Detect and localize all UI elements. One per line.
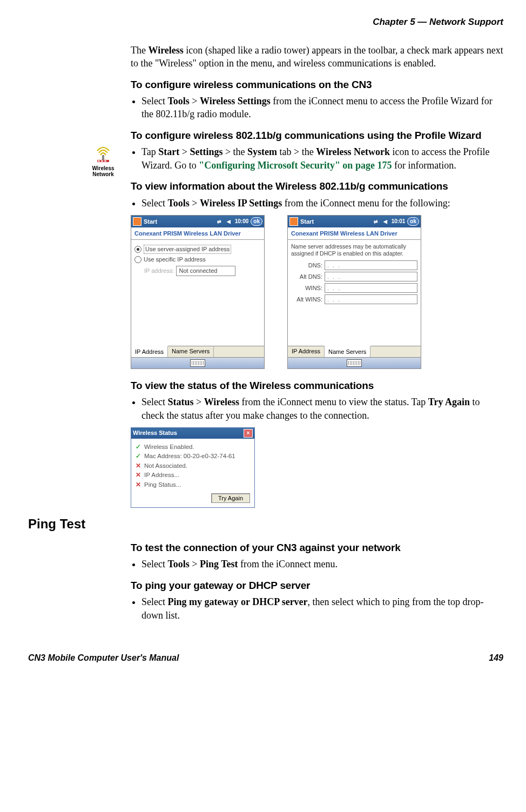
status-text: Ping Status...: [144, 481, 181, 489]
screenshot-ip-address-tab: Start ⇄ ◀ 10:00 ok Conexant PRISM Wirele…: [131, 215, 265, 369]
radio-label: Use server-assigned IP address: [144, 245, 231, 254]
text: icon (shaped like a radio tower) appears…: [131, 45, 503, 69]
text-bold: Wireless: [148, 45, 183, 56]
svg-rect-2: [98, 160, 100, 162]
svg-rect-0: [102, 155, 104, 160]
text-bold: Wireless Network: [316, 146, 390, 157]
radio-selected-icon: [134, 246, 141, 253]
footer-page-number: 149: [489, 652, 503, 664]
text-bold: Try Again: [428, 397, 470, 407]
wireless-status-window: Wireless Status × ✓Wireless Enabled. ✓Ma…: [131, 427, 255, 508]
connectivity-icon: ⇄: [372, 218, 380, 225]
text-bold: Ping my gateway or DHCP server: [167, 596, 307, 607]
alt-dns-field[interactable]: . . .: [325, 272, 417, 281]
procedure-heading: To view the status of the Wireless commu…: [131, 379, 503, 393]
text-bold: Tools: [167, 96, 189, 106]
procedure-heading: To test the connection of your CN3 again…: [131, 541, 503, 555]
tab-name-servers[interactable]: Name Servers: [325, 346, 370, 357]
icon-label-line2: Network: [84, 171, 122, 177]
footer-manual-title: CN3 Mobile Computer User's Manual: [28, 652, 179, 664]
name-server-note: Name server addresses may be automatical…: [291, 243, 417, 257]
tab-ip-address[interactable]: IP Address: [131, 346, 168, 357]
status-titlebar: Wireless Status ×: [131, 428, 254, 439]
try-again-button[interactable]: Try Again: [211, 493, 250, 503]
procedure-heading: To ping your gateway or DHCP server: [131, 579, 503, 593]
text: Select: [141, 397, 167, 407]
volume-icon: ◀: [225, 218, 233, 225]
list-item: Select Ping my gateway or DHCP server, t…: [141, 595, 503, 622]
close-icon[interactable]: ×: [244, 429, 253, 438]
x-icon: ✕: [136, 481, 141, 489]
text: from the iConnect menu to view the statu…: [239, 397, 428, 407]
start-label: Start: [300, 218, 314, 226]
radio-unselected-icon: [134, 256, 141, 263]
svg-rect-4: [104, 160, 106, 162]
text-bold: Wireless Settings: [200, 96, 271, 106]
text-bold: Start: [158, 146, 179, 157]
list-item: Select Tools > Ping Test from the iConne…: [141, 558, 503, 571]
ok-button[interactable]: ok: [407, 217, 419, 226]
text: for information.: [392, 160, 456, 171]
ok-button[interactable]: ok: [251, 217, 262, 226]
text-bold: Tools: [167, 559, 189, 569]
status-title: Wireless Status: [133, 429, 177, 437]
dns-field[interactable]: . . .: [325, 260, 417, 270]
tab-name-servers[interactable]: Name Servers: [168, 346, 214, 357]
list-item: Select Tools > Wireless IP Settings from…: [141, 197, 503, 210]
start-flag-icon: [133, 217, 141, 226]
alt-wins-field[interactable]: . . .: [325, 294, 417, 304]
clock-time: 10:00: [235, 218, 249, 225]
wins-field[interactable]: . . .: [325, 283, 417, 293]
cross-reference-link[interactable]: "Configuring Microsoft Security" on page…: [199, 160, 392, 171]
section-heading: Ping Test: [28, 515, 503, 533]
alt-dns-label: Alt DNS:: [291, 273, 322, 281]
status-text: Not Associated.: [144, 462, 187, 471]
text: >: [190, 559, 200, 569]
procedure-heading: To configure wireless communications on …: [131, 78, 503, 92]
procedure-heading: To configure wireless 802.11b/g communic…: [131, 129, 503, 143]
text: Select: [141, 198, 167, 209]
radio-specific-ip[interactable]: Use specific IP address: [134, 256, 261, 264]
list-item: Tap Start > Settings > the System tab > …: [141, 145, 503, 172]
pda-input-panel-bar: [288, 357, 421, 368]
text-bold: Wireless IP Settings: [200, 198, 282, 209]
screenshot-name-servers-tab: Start ⇄ ◀ 10:01 ok Conexant PRISM Wirele…: [287, 215, 421, 369]
svg-rect-3: [101, 160, 103, 162]
check-icon: ✓: [136, 452, 141, 461]
icon-label-line1: Wireless: [84, 165, 122, 171]
text: >: [190, 96, 200, 106]
list-item: Select Tools > Wireless Settings from th…: [141, 95, 503, 121]
procedure-heading: To view information about the Wireless 8…: [131, 179, 503, 193]
list-item: Select Status > Wireless from the iConne…: [141, 395, 503, 422]
tab-ip-address[interactable]: IP Address: [288, 346, 325, 357]
driver-title: Conexant PRISM Wireless LAN Driver: [131, 227, 264, 240]
text: Select: [141, 559, 167, 569]
text-bold: System: [247, 146, 277, 157]
status-text: Wireless Enabled.: [144, 443, 194, 452]
pda-input-panel-bar: [131, 357, 264, 368]
text: Tap: [141, 146, 158, 157]
running-header: Chapter 5 — Network Support: [28, 16, 503, 29]
text-bold: Settings: [190, 146, 222, 157]
connectivity-icon: ⇄: [215, 218, 224, 225]
text-bold: Ping Test: [200, 559, 238, 569]
status-text: Mac Address: 00-20-e0-32-74-61: [144, 452, 235, 461]
radio-server-assigned[interactable]: Use server-assigned IP address: [134, 245, 261, 254]
text-bold: Wireless: [204, 397, 239, 407]
keyboard-icon[interactable]: [347, 359, 362, 367]
wins-label: WINS:: [291, 284, 322, 292]
text: Select: [141, 596, 167, 607]
x-icon: ✕: [136, 462, 141, 471]
driver-title: Conexant PRISM Wireless LAN Driver: [288, 227, 421, 240]
text: > the: [222, 146, 247, 157]
start-label: Start: [144, 218, 157, 226]
text: The: [131, 45, 148, 56]
radio-label: Use specific IP address: [144, 256, 206, 264]
alt-wins-label: Alt WINS:: [291, 296, 322, 304]
text: >: [179, 146, 190, 157]
status-text: IP Address...: [144, 471, 179, 480]
text-bold: Status: [167, 397, 193, 407]
keyboard-icon[interactable]: [190, 359, 205, 367]
pda-titlebar: Start ⇄ ◀ 10:01 ok: [288, 216, 421, 227]
text: Select: [141, 96, 167, 106]
